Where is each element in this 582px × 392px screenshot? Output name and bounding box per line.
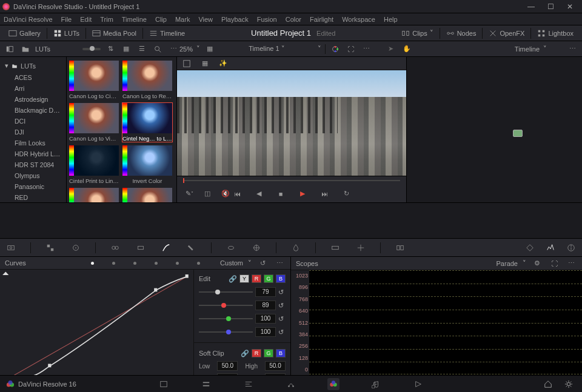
channel-g-button[interactable]: G: [264, 274, 273, 283]
split-icon[interactable]: ◫: [201, 188, 213, 200]
curve-plot[interactable]: [0, 270, 193, 387]
reset-icon[interactable]: ↺: [278, 288, 286, 296]
list-view-icon[interactable]: ☰: [136, 43, 148, 55]
sizing-icon[interactable]: [355, 242, 367, 254]
edit-page-icon[interactable]: [242, 378, 255, 390]
lut-thumb[interactable]: Canon Log to Video: [69, 103, 119, 142]
sidebar-item[interactable]: DJI: [0, 127, 66, 138]
curves-reset-icon[interactable]: ↺: [256, 257, 269, 269]
channel-r-button[interactable]: R: [252, 274, 261, 283]
cut-page-icon[interactable]: [200, 378, 212, 390]
sidebar-item[interactable]: Astrodesign: [0, 94, 66, 105]
viewer-options-icon[interactable]: ⋯: [361, 43, 373, 55]
gallery-toggle[interactable]: Gallery: [4, 25, 45, 41]
settings-icon[interactable]: [563, 378, 575, 390]
menu-playback[interactable]: Playback: [221, 16, 249, 23]
expand-icon[interactable]: ⛶: [345, 43, 357, 55]
lut-thumb[interactable]: Cintel Print to Linear: [69, 145, 119, 184]
reset-icon[interactable]: ↺: [278, 302, 286, 309]
r-slider[interactable]: [199, 305, 253, 306]
qualifier-icon[interactable]: [186, 242, 198, 254]
scope-expand-icon[interactable]: ⛶: [548, 257, 560, 270]
reset-icon[interactable]: ↺: [278, 328, 286, 336]
zoom-level[interactable]: 25%: [179, 45, 193, 53]
maximize-button[interactable]: ☐: [541, 2, 560, 11]
media-page-icon[interactable]: [158, 378, 170, 390]
pointer-tool-icon[interactable]: ➤: [385, 43, 397, 55]
mute-icon[interactable]: 🔇: [219, 188, 232, 200]
y-value[interactable]: 79: [255, 287, 276, 297]
sidebar-item[interactable]: HDR ST 2084: [0, 159, 66, 170]
sidebar-item[interactable]: RED: [0, 192, 66, 202]
curves-mode[interactable]: Custom: [220, 259, 243, 267]
g-slider[interactable]: [199, 318, 253, 319]
menu-clip[interactable]: Clip: [155, 16, 167, 23]
stereo-icon[interactable]: [394, 242, 406, 254]
channel-b-button[interactable]: B: [276, 274, 286, 283]
curves-tool-icon[interactable]: [160, 242, 172, 254]
goto-end-icon[interactable]: ⏭: [318, 188, 330, 200]
menu-workspace[interactable]: Workspace: [342, 16, 375, 23]
minimize-button[interactable]: —: [521, 2, 541, 11]
link-icon[interactable]: 🔗: [229, 275, 237, 283]
scopes-icon[interactable]: [544, 242, 557, 254]
sc-r-button[interactable]: R: [252, 349, 261, 357]
menu-mark[interactable]: Mark: [175, 16, 190, 23]
lut-thumb[interactable]: [122, 188, 172, 202]
stop-icon[interactable]: ■: [275, 188, 287, 200]
openfx-toggle[interactable]: OpenFX: [484, 25, 529, 41]
high-value[interactable]: 50.0: [265, 361, 286, 371]
overlay-icon[interactable]: [181, 58, 193, 70]
eyedropper-icon[interactable]: ✎˅: [183, 188, 195, 200]
color-picker-icon[interactable]: [329, 43, 341, 55]
guides-icon[interactable]: ▦: [199, 58, 211, 70]
g-value[interactable]: 100: [255, 314, 276, 324]
nodes-toggle[interactable]: Nodes: [441, 25, 481, 41]
node-panel-title[interactable]: Timeline: [515, 45, 540, 53]
r-value[interactable]: 89: [255, 301, 276, 310]
lut-thumb-selected[interactable]: Cintel Neg… to Linear: [122, 103, 172, 142]
menu-fusion[interactable]: Fusion: [257, 16, 277, 23]
channel-y-button[interactable]: Y: [239, 274, 249, 283]
tracker-icon[interactable]: [250, 242, 263, 254]
play-icon[interactable]: ▶: [296, 188, 309, 200]
lut-thumb[interactable]: [69, 188, 119, 202]
viewer[interactable]: [177, 70, 406, 176]
luts-toggle[interactable]: LUTs: [48, 25, 84, 41]
sort-icon[interactable]: ⇅: [104, 43, 116, 55]
fusion-page-icon[interactable]: [285, 378, 297, 390]
home-icon[interactable]: [542, 378, 554, 390]
viewer-grid-icon[interactable]: ▦: [204, 43, 216, 55]
step-back-icon[interactable]: ◀: [253, 188, 265, 200]
lut-thumb[interactable]: Invert Color: [122, 145, 172, 184]
curves-tab-dot[interactable]: [197, 262, 200, 265]
log-wheels-icon[interactable]: [135, 242, 147, 254]
lut-folder-header[interactable]: ▾LUTs: [0, 59, 66, 72]
menu-davinci[interactable]: DaVinci Resolve: [4, 16, 53, 23]
sc-b-button[interactable]: B: [276, 349, 286, 357]
timeline-name[interactable]: Timeline 1: [249, 45, 279, 52]
mediapool-toggle[interactable]: Media Pool: [87, 25, 141, 41]
info-icon[interactable]: [565, 242, 577, 254]
curves-tab-dot[interactable]: [133, 262, 136, 265]
sidebar-item[interactable]: DCI: [0, 116, 66, 127]
y-slider[interactable]: [199, 291, 253, 293]
sc-g-button[interactable]: G: [264, 349, 273, 357]
thumb-size-slider[interactable]: [82, 48, 101, 50]
timeline-toggle[interactable]: Timeline: [144, 25, 190, 41]
scope-options-icon[interactable]: ⋯: [565, 257, 577, 270]
search-icon[interactable]: [152, 43, 164, 55]
menu-timeline[interactable]: Timeline: [122, 16, 147, 23]
curves-tab-dot[interactable]: [91, 262, 94, 265]
b-value[interactable]: 100: [255, 327, 276, 337]
menu-color[interactable]: Color: [286, 16, 301, 23]
b-slider[interactable]: [199, 331, 253, 333]
menu-trim[interactable]: Trim: [100, 16, 113, 23]
hand-tool-icon[interactable]: ✋: [401, 43, 413, 55]
sidebar-item[interactable]: Panasonic: [0, 181, 66, 192]
key-icon[interactable]: [329, 242, 341, 254]
blur-icon[interactable]: [290, 242, 302, 254]
sidebar-item[interactable]: Film Looks: [0, 138, 66, 148]
color-wheels-icon[interactable]: [70, 242, 82, 254]
camera-raw-icon[interactable]: [5, 242, 17, 254]
